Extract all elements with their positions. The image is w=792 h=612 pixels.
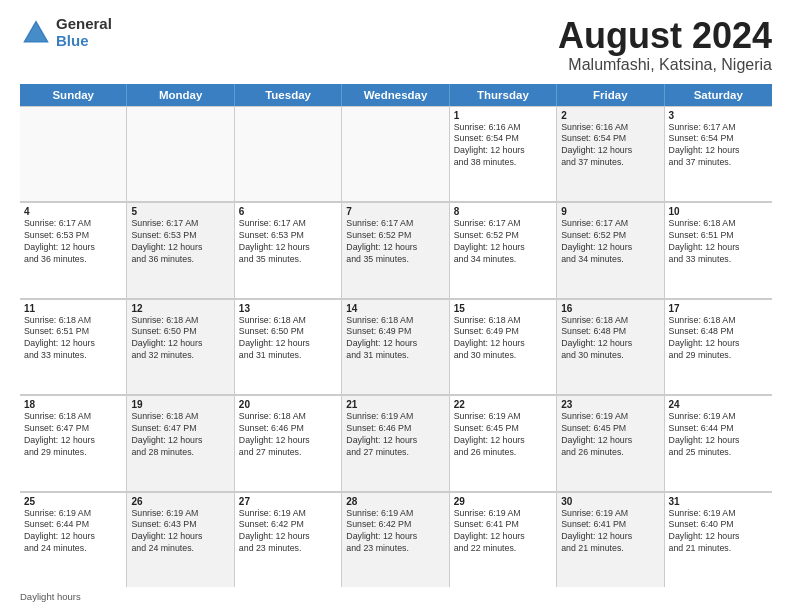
cal-cell-day-29: 29Sunrise: 6:19 AM Sunset: 6:41 PM Dayli… [450,492,557,587]
logo-blue: Blue [56,33,112,50]
day-info: Sunrise: 6:19 AM Sunset: 6:43 PM Dayligh… [131,508,229,556]
cal-cell-day-4: 4Sunrise: 6:17 AM Sunset: 6:53 PM Daylig… [20,202,127,297]
day-info: Sunrise: 6:17 AM Sunset: 6:52 PM Dayligh… [346,218,444,266]
subtitle: Malumfashi, Katsina, Nigeria [558,56,772,74]
cal-cell-day-20: 20Sunrise: 6:18 AM Sunset: 6:46 PM Dayli… [235,395,342,490]
cal-cell-day-15: 15Sunrise: 6:18 AM Sunset: 6:49 PM Dayli… [450,299,557,394]
logo: General Blue [20,16,112,49]
day-number: 9 [561,206,659,217]
day-number: 18 [24,399,122,410]
day-number: 26 [131,496,229,507]
cal-header-friday: Friday [557,84,664,106]
day-number: 28 [346,496,444,507]
cal-cell-day-31: 31Sunrise: 6:19 AM Sunset: 6:40 PM Dayli… [665,492,772,587]
day-info: Sunrise: 6:18 AM Sunset: 6:51 PM Dayligh… [24,315,122,363]
header: General Blue August 2024 Malumfashi, Kat… [20,16,772,74]
svg-marker-1 [26,23,47,41]
day-number: 19 [131,399,229,410]
day-info: Sunrise: 6:18 AM Sunset: 6:46 PM Dayligh… [239,411,337,459]
main-title: August 2024 [558,16,772,56]
day-number: 25 [24,496,122,507]
cal-cell-empty [235,106,342,201]
day-info: Sunrise: 6:18 AM Sunset: 6:50 PM Dayligh… [239,315,337,363]
cal-cell-day-18: 18Sunrise: 6:18 AM Sunset: 6:47 PM Dayli… [20,395,127,490]
day-info: Sunrise: 6:17 AM Sunset: 6:52 PM Dayligh… [561,218,659,266]
day-info: Sunrise: 6:19 AM Sunset: 6:45 PM Dayligh… [561,411,659,459]
day-info: Sunrise: 6:16 AM Sunset: 6:54 PM Dayligh… [561,122,659,170]
cal-cell-day-16: 16Sunrise: 6:18 AM Sunset: 6:48 PM Dayli… [557,299,664,394]
day-number: 1 [454,110,552,121]
cal-week-1: 1Sunrise: 6:16 AM Sunset: 6:54 PM Daylig… [20,106,772,202]
cal-cell-day-1: 1Sunrise: 6:16 AM Sunset: 6:54 PM Daylig… [450,106,557,201]
day-info: Sunrise: 6:18 AM Sunset: 6:47 PM Dayligh… [24,411,122,459]
day-info: Sunrise: 6:19 AM Sunset: 6:40 PM Dayligh… [669,508,768,556]
page: General Blue August 2024 Malumfashi, Kat… [0,0,792,612]
cal-week-3: 11Sunrise: 6:18 AM Sunset: 6:51 PM Dayli… [20,299,772,395]
cal-week-2: 4Sunrise: 6:17 AM Sunset: 6:53 PM Daylig… [20,202,772,298]
day-info: Sunrise: 6:18 AM Sunset: 6:49 PM Dayligh… [454,315,552,363]
calendar-body: 1Sunrise: 6:16 AM Sunset: 6:54 PM Daylig… [20,106,772,587]
day-number: 7 [346,206,444,217]
logo-text: General Blue [56,16,112,49]
day-number: 10 [669,206,768,217]
day-number: 23 [561,399,659,410]
cal-cell-day-23: 23Sunrise: 6:19 AM Sunset: 6:45 PM Dayli… [557,395,664,490]
cal-cell-day-17: 17Sunrise: 6:18 AM Sunset: 6:48 PM Dayli… [665,299,772,394]
day-info: Sunrise: 6:18 AM Sunset: 6:50 PM Dayligh… [131,315,229,363]
day-number: 6 [239,206,337,217]
cal-cell-day-19: 19Sunrise: 6:18 AM Sunset: 6:47 PM Dayli… [127,395,234,490]
cal-cell-day-8: 8Sunrise: 6:17 AM Sunset: 6:52 PM Daylig… [450,202,557,297]
cal-cell-day-2: 2Sunrise: 6:16 AM Sunset: 6:54 PM Daylig… [557,106,664,201]
day-info: Sunrise: 6:19 AM Sunset: 6:42 PM Dayligh… [239,508,337,556]
day-number: 15 [454,303,552,314]
cal-cell-day-30: 30Sunrise: 6:19 AM Sunset: 6:41 PM Dayli… [557,492,664,587]
cal-header-wednesday: Wednesday [342,84,449,106]
day-info: Sunrise: 6:19 AM Sunset: 6:45 PM Dayligh… [454,411,552,459]
cal-week-4: 18Sunrise: 6:18 AM Sunset: 6:47 PM Dayli… [20,395,772,491]
day-info: Sunrise: 6:19 AM Sunset: 6:44 PM Dayligh… [669,411,768,459]
cal-cell-day-9: 9Sunrise: 6:17 AM Sunset: 6:52 PM Daylig… [557,202,664,297]
day-number: 22 [454,399,552,410]
cal-cell-day-27: 27Sunrise: 6:19 AM Sunset: 6:42 PM Dayli… [235,492,342,587]
day-number: 13 [239,303,337,314]
day-number: 20 [239,399,337,410]
cal-cell-day-5: 5Sunrise: 6:17 AM Sunset: 6:53 PM Daylig… [127,202,234,297]
day-info: Sunrise: 6:17 AM Sunset: 6:53 PM Dayligh… [131,218,229,266]
logo-general: General [56,16,112,33]
title-block: August 2024 Malumfashi, Katsina, Nigeria [558,16,772,74]
day-number: 29 [454,496,552,507]
day-number: 24 [669,399,768,410]
cal-cell-day-3: 3Sunrise: 6:17 AM Sunset: 6:54 PM Daylig… [665,106,772,201]
cal-cell-day-21: 21Sunrise: 6:19 AM Sunset: 6:46 PM Dayli… [342,395,449,490]
cal-cell-empty [342,106,449,201]
cal-cell-day-22: 22Sunrise: 6:19 AM Sunset: 6:45 PM Dayli… [450,395,557,490]
cal-cell-empty [20,106,127,201]
cal-header-tuesday: Tuesday [235,84,342,106]
day-number: 14 [346,303,444,314]
day-info: Sunrise: 6:17 AM Sunset: 6:53 PM Dayligh… [24,218,122,266]
cal-header-monday: Monday [127,84,234,106]
cal-cell-day-13: 13Sunrise: 6:18 AM Sunset: 6:50 PM Dayli… [235,299,342,394]
day-number: 27 [239,496,337,507]
day-number: 21 [346,399,444,410]
day-info: Sunrise: 6:18 AM Sunset: 6:48 PM Dayligh… [561,315,659,363]
day-info: Sunrise: 6:19 AM Sunset: 6:46 PM Dayligh… [346,411,444,459]
day-number: 31 [669,496,768,507]
day-info: Sunrise: 6:19 AM Sunset: 6:44 PM Dayligh… [24,508,122,556]
cal-cell-day-14: 14Sunrise: 6:18 AM Sunset: 6:49 PM Dayli… [342,299,449,394]
day-info: Sunrise: 6:19 AM Sunset: 6:41 PM Dayligh… [561,508,659,556]
cal-cell-day-11: 11Sunrise: 6:18 AM Sunset: 6:51 PM Dayli… [20,299,127,394]
day-info: Sunrise: 6:16 AM Sunset: 6:54 PM Dayligh… [454,122,552,170]
cal-header-thursday: Thursday [450,84,557,106]
cal-week-5: 25Sunrise: 6:19 AM Sunset: 6:44 PM Dayli… [20,492,772,587]
logo-icon [20,17,52,49]
cal-cell-day-24: 24Sunrise: 6:19 AM Sunset: 6:44 PM Dayli… [665,395,772,490]
footer: Daylight hours [20,591,772,602]
day-info: Sunrise: 6:19 AM Sunset: 6:41 PM Dayligh… [454,508,552,556]
day-info: Sunrise: 6:17 AM Sunset: 6:54 PM Dayligh… [669,122,768,170]
cal-cell-day-25: 25Sunrise: 6:19 AM Sunset: 6:44 PM Dayli… [20,492,127,587]
calendar-header: SundayMondayTuesdayWednesdayThursdayFrid… [20,84,772,106]
day-number: 4 [24,206,122,217]
day-number: 12 [131,303,229,314]
cal-cell-day-7: 7Sunrise: 6:17 AM Sunset: 6:52 PM Daylig… [342,202,449,297]
